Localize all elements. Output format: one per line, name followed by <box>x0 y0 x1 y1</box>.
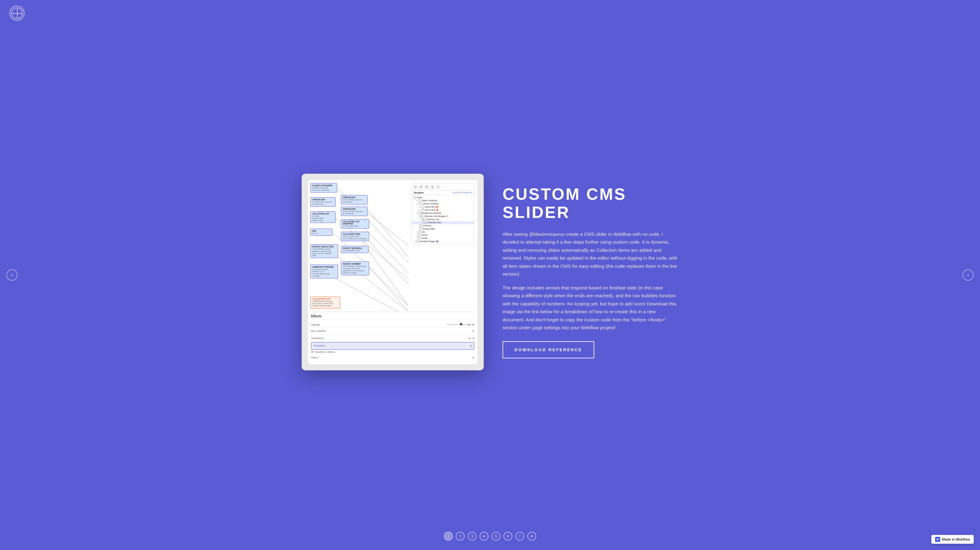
navigator-expand[interactable]: Expand All Collapse All <box>453 192 472 193</box>
node-nav-detail: ID: nav <box>312 232 331 235</box>
node-collection-item: COLLETION ITEM STYLE: Width: 100%FLEX CH… <box>341 232 369 241</box>
node-navdot-normal: NAVDOT (NORMAL) CLASS NAME: navdot <box>341 246 369 253</box>
effects-transforms-row[interactable]: Transforms ••• + <box>311 335 474 342</box>
node-arrow-box-title: ARROW BOX <box>343 196 366 198</box>
tool-icon-4[interactable]: ◈ <box>430 185 434 189</box>
expand-all-label[interactable]: Expand All <box>453 192 462 193</box>
svg-line-10 <box>333 277 408 312</box>
nav-tree-item-nav[interactable]: ▼ nav <box>412 230 474 234</box>
nav-icon-ae <box>422 209 424 211</box>
webflow-badge[interactable]: W Made in Webflow <box>931 535 974 544</box>
tool-icon-5[interactable]: ⚡ <box>436 185 440 189</box>
title-line2: SLIDER <box>503 203 570 221</box>
nav-tree-item-body[interactable]: Body <box>412 196 474 199</box>
node-clw-detail: STYLE: Width 100% <box>343 225 367 227</box>
transitions-label: Transitions <box>313 344 326 347</box>
filters-plus[interactable]: + <box>472 356 474 360</box>
nav-label-cl: Collection List <box>425 218 439 220</box>
nav-tree-item-cl[interactable]: ▼ Collection List <box>412 218 474 221</box>
page-dot-7[interactable]: 7 <box>515 532 524 540</box>
opacity-controls: 100 % <box>447 323 474 326</box>
nav-tree-item-arrow-box[interactable]: ▶ Arrow Box <box>412 205 474 209</box>
prev-arrow-button[interactable]: ‹ <box>6 269 18 281</box>
nav-tree-item-navdot2[interactable]: navdot <box>412 237 474 240</box>
next-arrow-button[interactable]: › <box>963 269 974 281</box>
nav-label-at: animationTrigger <box>419 240 435 243</box>
nav-icon-bg <box>417 212 420 214</box>
node-nn-detail: CLASS NAME: navdot <box>343 250 367 252</box>
transforms-plus[interactable]: + <box>472 336 474 341</box>
text-content: CUSTOM CMS SLIDER After seeing @Maximosa… <box>503 185 678 358</box>
nav-label-ab: Arrow Box <box>425 206 435 208</box>
nav-icon-cols <box>419 225 422 227</box>
page-dot-2[interactable]: 2 <box>456 532 465 540</box>
page-dot-5[interactable]: 5 <box>492 532 500 540</box>
description2: The design includes arrows that respond … <box>503 284 678 332</box>
page-dot-3[interactable]: 3 <box>468 532 477 540</box>
node-nn-title: NAVDOT (NORMAL) <box>343 247 367 249</box>
opacity-slider[interactable] <box>447 324 466 325</box>
node-clb-title: COLLECTION LIST <box>312 298 338 300</box>
nav-label-cols: Columns <box>423 225 432 227</box>
effects-title: Effects <box>311 314 474 320</box>
box-shadows-plus[interactable]: + <box>472 329 474 333</box>
screenshot-container: SLIDER CONTAINER OVERFLOW: hiddenMust se… <box>302 174 484 370</box>
main-content: SLIDER CONTAINER OVERFLOW: hiddenMust se… <box>0 0 980 550</box>
nav-icon-ac <box>420 203 422 205</box>
nav-tree-item-arrow-end[interactable]: ▶ Arrow End <box>412 209 474 212</box>
tool-icon-2[interactable]: ⚙ <box>419 185 423 189</box>
filters-label: Filters <box>311 356 318 359</box>
nav-arrow-ab: ▶ <box>419 206 421 208</box>
nav-tree-item-cols[interactable]: Columns <box>412 224 474 227</box>
transforms-dots[interactable]: ••• <box>468 337 471 339</box>
nav-tree-item-clw2[interactable]: ▼ Collection List Wrapper 2 <box>412 215 474 218</box>
nav-icon-nd2 <box>417 237 420 239</box>
node-arrow-box-detail: CLASS NAME: arrow boxID: left arrow <box>343 199 366 203</box>
node-arrow-end-left: ARROW END CLASS NAME: arrow-endID: right… <box>310 197 336 207</box>
node-navdot-number: NAVDOT NUMBER CLASS NAME: navdot-numberT… <box>341 262 369 276</box>
opacity-value: 100 <box>467 323 471 326</box>
node-collection-list-bottom: COLLECTION LIST TRANSITIONS: TransformSe… <box>310 296 340 308</box>
transitions-plus[interactable]: + <box>470 344 472 348</box>
nav-label-bg: Background element <box>421 212 441 214</box>
opacity-label: Opacity <box>311 323 320 326</box>
navigator-title: Navigator <box>414 192 424 194</box>
nav-icon-slider <box>418 200 421 202</box>
nav-tree-item-ci[interactable]: ▶ Collection Item <box>412 221 474 224</box>
transforms-label: Transforms <box>311 337 324 339</box>
logo[interactable] <box>10 6 24 21</box>
node-nav-title: NAV <box>312 230 331 232</box>
node-clb-detail: TRANSITIONS: TransformSet to show a smoo… <box>312 300 338 307</box>
page-dot-1[interactable]: 1 <box>444 532 453 540</box>
nav-icon-body <box>414 196 416 199</box>
tool-icon-3[interactable]: ☰ <box>425 185 429 189</box>
svg-line-8 <box>333 252 408 311</box>
nav-label-nav: nav <box>422 231 425 233</box>
effects-filters-row[interactable]: Filters + <box>311 354 474 361</box>
nav-expand-slider: ▼ <box>415 200 417 201</box>
nav-tree-item-slider[interactable]: ▼ Slider Container <box>412 199 474 202</box>
title-line1: CUSTOM CMS <box>503 185 626 203</box>
nav-tree-item-at[interactable]: animationTrigger <box>412 240 474 243</box>
node-arrow-box: ARROW BOX CLASS NAME: arrow boxID: left … <box>341 195 368 204</box>
page-dot-8[interactable]: 8 <box>527 532 536 540</box>
navigator-tree: Body ▼ Slider Container ▶ Arrow Containe… <box>412 195 474 244</box>
nav-tree-item-empty[interactable]: Empty State <box>412 227 474 230</box>
collapse-all-label[interactable]: Collapse All <box>462 192 472 193</box>
nav-icon-nav <box>418 231 421 233</box>
download-reference-button[interactable]: DOWNLOAD REFERENCE <box>503 341 594 358</box>
page-dot-6[interactable]: 6 <box>503 532 512 540</box>
pagination: 1 2 3 4 5 6 7 8 <box>444 532 536 540</box>
tool-icon-1[interactable]: ✏ <box>413 185 417 189</box>
nav-arrow-nav: ▼ <box>415 231 417 233</box>
nav-tree-item-bg[interactable]: Background element <box>412 212 474 215</box>
nav-arrow-ac: ▶ <box>417 203 419 205</box>
transitions-row[interactable]: Transitions + <box>311 342 474 350</box>
page-dot-4[interactable]: 4 <box>480 532 488 540</box>
nav-tree-item-navdot1[interactable]: navdot <box>412 234 474 237</box>
nav-tree-item-arrow-container[interactable]: ▶ Arrow Container <box>412 202 474 205</box>
node-ci-title: COLLETION ITEM <box>343 233 367 235</box>
nav-icon-cl <box>422 218 425 221</box>
node-navdot-selected: NAVDOT (SELECTED) CLASS NAME: selectedDu… <box>310 244 338 258</box>
effects-box-shadows-row[interactable]: Box shadows + <box>311 328 474 335</box>
